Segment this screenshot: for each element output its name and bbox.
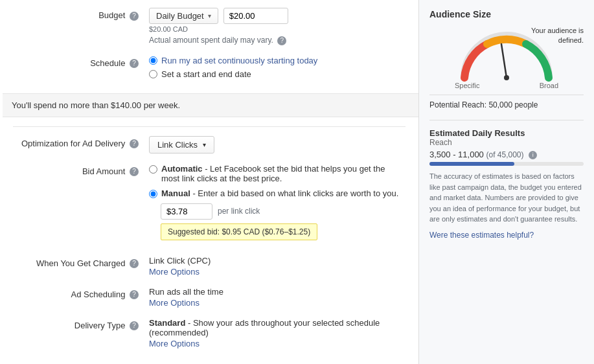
- reach-progress-fill: [429, 162, 514, 166]
- sidebar-panel: Audience Size Your audience is defined.: [419, 0, 594, 364]
- budget-note-text: Actual amount spent daily may vary.: [149, 36, 273, 45]
- gauge-svg: [455, 26, 558, 84]
- bid-automatic-radio[interactable]: [149, 165, 157, 174]
- gauge-labels: Specific Broad: [455, 82, 558, 89]
- gauge-wrapper: Your audience is defined.: [429, 26, 584, 89]
- sidebar-divider: [429, 120, 584, 120]
- bid-amount-content: Automatic - Let Facebook set the bid tha…: [149, 164, 406, 245]
- budget-type-label: Daily Budget: [156, 11, 204, 21]
- bid-manual-text: Manual - Enter a bid based on what link …: [161, 188, 398, 198]
- budget-type-dropdown[interactable]: Daily Budget ▾: [149, 8, 218, 24]
- schedule-content: Run my ad set continuously starting toda…: [149, 56, 406, 83]
- schedule-option-continuous: Run my ad set continuously starting toda…: [149, 56, 406, 65]
- main-panel: Budget ? Daily Budget ▾ $20.00 CAD Actua…: [0, 0, 419, 364]
- budget-amount-input[interactable]: [223, 8, 288, 24]
- budget-help-icon[interactable]: ?: [130, 12, 139, 21]
- budget-content: Daily Budget ▾ $20.00 CAD Actual amount …: [149, 8, 406, 45]
- when-charged-label: When You Get Charged ?: [13, 256, 149, 269]
- bid-amount-label: Bid Amount ?: [13, 164, 149, 177]
- bid-amount-input[interactable]: [161, 203, 212, 220]
- delivery-type-help-icon[interactable]: ?: [130, 321, 139, 330]
- section-divider-1: [13, 126, 406, 127]
- gauge-broad-label: Broad: [540, 82, 558, 89]
- bid-manual-input-row: per link click: [161, 203, 406, 220]
- suggested-bid-box: Suggested bid: $0.95 CAD ($0.76–$1.25): [161, 223, 317, 240]
- potential-reach-text: Potential Reach: 50,000 people: [429, 100, 538, 109]
- potential-reach: Potential Reach: 50,000 people: [429, 95, 584, 109]
- optimization-dropdown-label: Link Clicks: [157, 140, 198, 150]
- delivery-type-row: Delivery Type ? Standard - Show your ads…: [13, 318, 406, 348]
- bid-manual-row: Manual - Enter a bid based on what link …: [149, 188, 406, 198]
- budget-note-help-icon[interactable]: ?: [277, 36, 286, 45]
- schedule-dates-label: Set a start and end date: [161, 69, 251, 79]
- bid-unit-label: per link click: [218, 207, 260, 216]
- when-charged-help-icon[interactable]: ?: [130, 259, 139, 268]
- budget-label: Budget ?: [13, 8, 149, 21]
- reach-label: Reach: [429, 138, 584, 147]
- reach-info-icon[interactable]: i: [529, 151, 537, 159]
- ad-scheduling-row: Ad Scheduling ? Run ads all the time Mor…: [13, 287, 406, 308]
- estimated-title: Estimated Daily Results: [429, 128, 584, 138]
- optimization-content: Link Clicks ▾: [149, 136, 406, 154]
- budget-note: Actual amount spent daily may vary. ?: [149, 36, 406, 45]
- bid-automatic-text: Automatic - Let Facebook set the bid tha…: [161, 164, 406, 183]
- ad-scheduling-more-options[interactable]: More Options: [149, 298, 406, 308]
- when-charged-content: Link Click (CPC) More Options: [149, 256, 406, 277]
- gauge-specific-label: Specific: [455, 82, 480, 89]
- weekly-spend-text: You'll spend no more than $140.00 per we…: [12, 100, 180, 110]
- reach-total-text: (of 45,000): [486, 150, 523, 159]
- weekly-spend-note: You'll spend no more than $140.00 per we…: [3, 93, 418, 117]
- schedule-label: Schedule ?: [13, 56, 149, 69]
- optimization-label-text: Optimization for Ad Delivery: [21, 139, 125, 148]
- estimated-results-section: Estimated Daily Results Reach 3,500 - 11…: [429, 128, 584, 240]
- optimization-label: Optimization for Ad Delivery ?: [13, 136, 149, 149]
- schedule-row: Schedule ? Run my ad set continuously st…: [13, 56, 406, 83]
- delivery-type-value: Standard - Show your ads throughout your…: [149, 318, 406, 337]
- ad-scheduling-label-text: Ad Scheduling: [71, 290, 126, 299]
- reach-progress-bar: [429, 162, 584, 166]
- bid-manual-bold: Manual: [161, 188, 190, 198]
- when-charged-label-text: When You Get Charged: [36, 258, 125, 268]
- bid-manual-desc: - Enter a bid based on what link clicks …: [190, 188, 399, 198]
- estimates-note: The accuracy of estimates is based on fa…: [429, 171, 584, 225]
- suggested-bid-text: Suggested bid: $0.95 CAD ($0.76–$1.25): [168, 227, 310, 236]
- bid-automatic-option: Automatic - Let Facebook set the bid tha…: [149, 164, 406, 183]
- reach-range-row: 3,500 - 11,000 (of 45,000) i: [429, 150, 584, 159]
- bid-manual-option: Manual - Enter a bid based on what link …: [149, 188, 406, 240]
- schedule-help-icon[interactable]: ?: [130, 59, 139, 68]
- delivery-type-content: Standard - Show your ads throughout your…: [149, 318, 406, 348]
- schedule-dates-radio[interactable]: [149, 70, 157, 78]
- helpful-link[interactable]: Were these estimates helpful?: [429, 231, 534, 240]
- when-charged-more-options[interactable]: More Options: [149, 267, 406, 277]
- schedule-continuous-radio[interactable]: [149, 56, 157, 65]
- when-charged-row: When You Get Charged ? Link Click (CPC) …: [13, 256, 406, 277]
- ad-scheduling-label: Ad Scheduling ?: [13, 287, 149, 300]
- delivery-type-more-options[interactable]: More Options: [149, 339, 406, 348]
- optimization-arrow: ▾: [203, 141, 206, 148]
- delivery-type-label: Delivery Type ?: [13, 318, 149, 331]
- bid-amount-label-text: Bid Amount: [82, 166, 126, 176]
- schedule-continuous-label[interactable]: Run my ad set continuously starting toda…: [161, 56, 317, 65]
- ad-scheduling-content: Run ads all the time More Options: [149, 287, 406, 308]
- ad-scheduling-help-icon[interactable]: ?: [130, 290, 139, 299]
- delivery-type-bold: Standard: [149, 318, 185, 328]
- delivery-type-label-text: Delivery Type: [74, 321, 126, 330]
- bid-manual-radio[interactable]: [149, 190, 157, 198]
- svg-point-1: [504, 75, 509, 80]
- budget-controls: Daily Budget ▾: [149, 8, 406, 24]
- budget-row: Budget ? Daily Budget ▾ $20.00 CAD Actua…: [13, 8, 406, 45]
- svg-line-0: [501, 44, 507, 78]
- bid-amount-row: Bid Amount ? Automatic - Let Facebook se…: [13, 164, 406, 245]
- bid-amount-help-icon[interactable]: ?: [130, 167, 139, 176]
- optimization-help-icon[interactable]: ?: [130, 139, 139, 148]
- schedule-label-text: Schedule: [90, 58, 125, 68]
- budget-dropdown-arrow: ▾: [208, 12, 211, 19]
- optimization-row: Optimization for Ad Delivery ? Link Clic…: [13, 136, 406, 154]
- bid-automatic-row: Automatic - Let Facebook set the bid tha…: [149, 164, 406, 183]
- budget-cad-text: $20.00 CAD: [149, 25, 406, 33]
- bid-automatic-bold: Automatic: [161, 164, 203, 174]
- optimization-dropdown[interactable]: Link Clicks ▾: [149, 136, 214, 154]
- schedule-option-dates: Set a start and end date: [149, 69, 406, 79]
- audience-size-title: Audience Size: [429, 9, 584, 19]
- audience-size-section: Audience Size Your audience is defined.: [429, 9, 584, 109]
